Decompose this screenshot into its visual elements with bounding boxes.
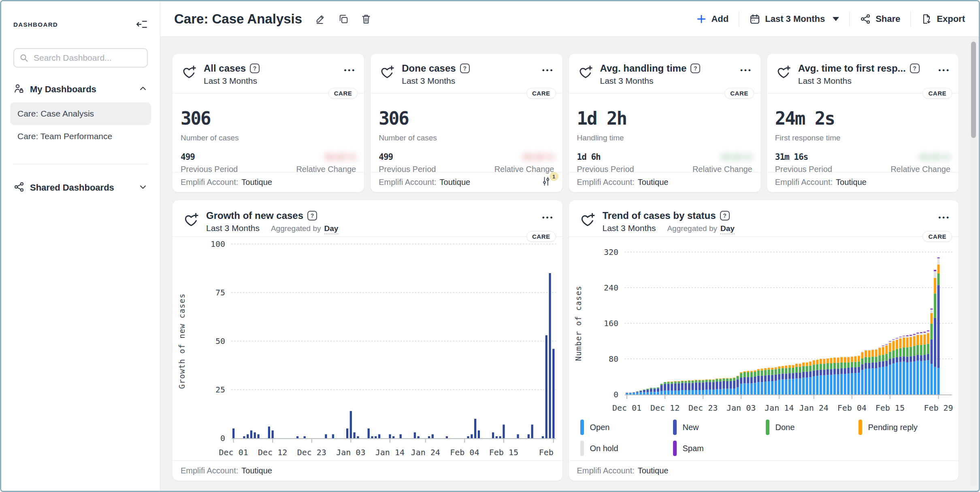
stack-segment[interactable] (702, 380, 704, 383)
stack-segment[interactable] (916, 355, 919, 361)
stack-segment[interactable] (795, 373, 797, 378)
stack-segment[interactable] (892, 350, 895, 358)
stack-segment[interactable] (778, 380, 780, 394)
stack-segment[interactable] (774, 369, 777, 374)
stack-segment[interactable] (923, 332, 926, 333)
stack-segment[interactable] (799, 364, 801, 367)
stack-segment[interactable] (837, 369, 839, 374)
stack-segment[interactable] (709, 380, 711, 380)
stack-segment[interactable] (830, 363, 832, 369)
stack-segment[interactable] (722, 389, 725, 394)
stack-segment[interactable] (882, 361, 884, 367)
stack-segment[interactable] (899, 337, 901, 337)
stack-segment[interactable] (923, 345, 926, 355)
stack-segment[interactable] (854, 367, 856, 373)
stack-segment[interactable] (785, 366, 787, 369)
stack-segment[interactable] (771, 381, 773, 394)
stack-segment[interactable] (861, 351, 863, 352)
stack-segment[interactable] (757, 369, 759, 370)
stack-segment[interactable] (716, 389, 718, 394)
stack-segment[interactable] (816, 360, 818, 364)
stack-segment[interactable] (888, 365, 891, 394)
stack-segment[interactable] (681, 381, 683, 383)
stack-segment[interactable] (933, 367, 936, 394)
stack-segment[interactable] (857, 356, 860, 361)
growth-bar[interactable] (272, 430, 274, 438)
stack-segment[interactable] (729, 389, 732, 394)
stack-segment[interactable] (629, 393, 631, 394)
stack-segment[interactable] (653, 388, 656, 389)
stack-segment[interactable] (833, 369, 836, 374)
growth-bar[interactable] (378, 434, 380, 438)
stack-segment[interactable] (778, 367, 780, 369)
stack-segment[interactable] (695, 382, 697, 390)
stack-segment[interactable] (906, 337, 908, 347)
stack-segment[interactable] (920, 355, 922, 361)
stack-segment[interactable] (847, 357, 850, 363)
stack-segment[interactable] (778, 374, 780, 380)
growth-bar[interactable] (432, 434, 434, 438)
stack-segment[interactable] (743, 384, 746, 395)
stack-segment[interactable] (767, 375, 770, 381)
stack-segment[interactable] (785, 368, 787, 373)
stack-segment[interactable] (674, 381, 676, 382)
stack-segment[interactable] (716, 378, 718, 379)
growth-bar[interactable] (542, 436, 544, 438)
stack-segment[interactable] (923, 335, 926, 345)
stack-segment[interactable] (774, 375, 777, 381)
duplicate-icon[interactable] (338, 13, 349, 25)
stack-segment[interactable] (854, 356, 856, 362)
stack-segment[interactable] (927, 354, 929, 360)
stack-segment[interactable] (781, 368, 784, 373)
stack-segment[interactable] (788, 365, 790, 368)
my-dashboards-section[interactable]: My Dashboards (13, 83, 148, 96)
stack-segment[interactable] (629, 393, 631, 393)
stack-segment[interactable] (774, 381, 777, 394)
stack-segment[interactable] (650, 389, 652, 392)
stack-segment[interactable] (802, 372, 805, 377)
kebab-menu-icon[interactable]: ••• (938, 67, 950, 74)
stack-segment[interactable] (871, 357, 874, 363)
filter-button[interactable]: 1 (541, 176, 552, 189)
stack-segment[interactable] (716, 379, 718, 382)
search-input[interactable] (13, 48, 148, 68)
stack-segment[interactable] (812, 376, 815, 394)
stack-segment[interactable] (726, 389, 728, 394)
stack-segment[interactable] (805, 366, 808, 372)
stack-segment[interactable] (830, 369, 832, 375)
stack-segment[interactable] (910, 335, 912, 336)
stack-segment[interactable] (878, 347, 881, 348)
stack-segment[interactable] (833, 375, 836, 395)
stack-segment[interactable] (639, 392, 642, 395)
stack-segment[interactable] (743, 372, 746, 377)
stack-segment[interactable] (684, 381, 687, 383)
stack-segment[interactable] (754, 371, 756, 372)
stack-segment[interactable] (930, 339, 933, 364)
stack-segment[interactable] (895, 349, 898, 357)
stack-segment[interactable] (823, 375, 825, 394)
chevron-up-icon[interactable] (138, 84, 148, 95)
growth-bar[interactable] (254, 433, 256, 438)
shared-dashboards-section[interactable]: Shared Dashboards (13, 181, 148, 194)
stack-segment[interactable] (878, 348, 881, 356)
stack-segment[interactable] (750, 384, 752, 395)
stack-segment[interactable] (878, 367, 881, 394)
stack-segment[interactable] (667, 390, 669, 394)
stack-segment[interactable] (722, 381, 725, 389)
stack-segment[interactable] (895, 363, 898, 394)
stack-segment[interactable] (667, 382, 669, 382)
scrollbar-track[interactable] (970, 39, 977, 487)
stack-segment[interactable] (903, 336, 905, 337)
stack-segment[interactable] (646, 390, 649, 392)
stack-segment[interactable] (930, 364, 933, 394)
stack-segment[interactable] (719, 379, 721, 382)
stack-segment[interactable] (875, 357, 877, 363)
stack-segment[interactable] (920, 333, 922, 335)
scrollbar-thumb[interactable] (971, 42, 976, 138)
stack-segment[interactable] (927, 333, 929, 344)
stack-segment[interactable] (740, 377, 742, 384)
stack-segment[interactable] (740, 384, 742, 394)
stack-segment[interactable] (920, 345, 922, 355)
stack-segment[interactable] (878, 355, 881, 361)
stack-segment[interactable] (747, 372, 749, 377)
